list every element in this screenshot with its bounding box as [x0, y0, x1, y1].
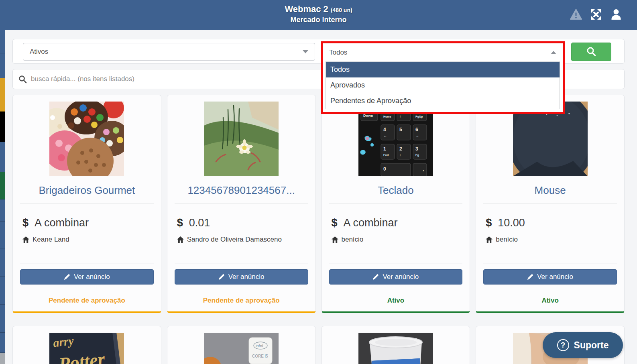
seller-row: benício: [486, 236, 624, 244]
product-title-link[interactable]: Teclado: [322, 184, 470, 197]
option-aprovados[interactable]: Aprovados: [326, 77, 560, 93]
view-ad-button[interactable]: Ver anúncio: [483, 269, 617, 285]
sidebar-item: [0, 112, 5, 142]
price-row: $ A combinar: [332, 217, 470, 229]
product-title-link[interactable]: 12345678901234567...: [167, 184, 315, 197]
product-grid-row2: arry Potter intel CORE i5: [12, 326, 625, 364]
product-image-brigadeiros: [49, 102, 124, 176]
divider: [329, 264, 463, 264]
pencil-icon: [218, 274, 225, 280]
search-icon: [18, 75, 27, 83]
dollar-sign-icon: $: [332, 217, 338, 229]
sidebar-item: [0, 53, 5, 78]
option-pendentes-de-aprovacao[interactable]: Pendentes de Aprovação: [326, 93, 560, 109]
svg-text:End: End: [383, 154, 389, 157]
price-row: $ 0.01: [177, 217, 315, 229]
home-icon: [332, 236, 338, 243]
price-row: $ 10.00: [486, 217, 624, 229]
view-ad-button[interactable]: Ver anúncio: [175, 269, 308, 285]
fullscreen-expand-icon[interactable]: [590, 8, 602, 21]
product-image-intel-core-i5: intel CORE i5: [204, 333, 279, 364]
app-header: Webmac 2 (480 un) Mercado Interno: [0, 0, 637, 30]
product-card: Mouse $ 10.00 benício Ver anúncio Ativo: [476, 95, 625, 313]
warning-triangle-icon: [570, 8, 582, 21]
seller-name: Keane Land: [33, 236, 69, 244]
svg-text:0: 0: [383, 166, 386, 172]
product-card: 12345678901234567... $ 0.01 Sandro de Ol…: [167, 95, 316, 313]
product-image-harry-potter-book: arry Potter: [49, 333, 124, 364]
svg-text:→: →: [415, 134, 419, 138]
search-button[interactable]: [571, 43, 611, 61]
product-image-plastic-bucket: [358, 333, 433, 364]
product-card: PageDown 7Home 8↑ 9PgUp 4← 5 6→ 1End 2↓ …: [322, 95, 470, 313]
seller-row: benício: [332, 236, 470, 244]
sidebar-item: [0, 248, 5, 277]
page-subtitle: Mercado Interno: [0, 16, 637, 24]
svg-text:4: 4: [383, 127, 386, 132]
product-price: A combinar: [344, 217, 398, 229]
home-icon: [22, 236, 29, 243]
product-price: 0.01: [189, 217, 210, 229]
status-badge: Pendente de aprovação: [13, 297, 161, 305]
collapsed-sidebar-strip: [0, 30, 5, 364]
product-title-link[interactable]: Mouse: [476, 184, 624, 197]
svg-text:arry: arry: [52, 333, 75, 349]
header-titles: Webmac 2 (480 un) Mercado Interno: [0, 0, 637, 24]
view-ad-label: Ver anúncio: [74, 273, 110, 281]
approval-filter-select[interactable]: Todos: [323, 43, 563, 61]
units-badge: (480 un): [331, 7, 352, 13]
option-todos[interactable]: Todos: [326, 62, 560, 77]
price-row: $ A combinar: [22, 217, 161, 229]
sidebar-item: [0, 78, 5, 112]
svg-text:3: 3: [415, 146, 418, 152]
view-ad-label: Ver anúncio: [537, 273, 573, 281]
svg-text:Pg: Pg: [415, 154, 419, 157]
user-icon[interactable]: [610, 8, 623, 21]
sidebar-item: [0, 333, 5, 353]
product-card: intel CORE i5: [167, 326, 316, 364]
question-mark-icon: ?: [557, 339, 569, 351]
sidebar-item: [0, 353, 5, 364]
approval-filter-value: Todos: [329, 49, 347, 57]
view-ad-label: Ver anúncio: [383, 273, 419, 281]
svg-text:PgUp: PgUp: [415, 115, 423, 118]
sidebar-item: [0, 222, 5, 248]
dollar-sign-icon: $: [22, 217, 28, 229]
sidebar-item: [0, 172, 5, 199]
status-filter-select[interactable]: Ativos: [23, 43, 315, 61]
annotation-highlight-box: Todos Todos Aprovados Pendentes de Aprov…: [321, 41, 565, 114]
seller-name: benício: [342, 236, 364, 244]
divider: [483, 203, 617, 204]
seller-name: benício: [496, 236, 518, 244]
product-title-link[interactable]: Brigadeiros Gourmet: [13, 184, 161, 197]
home-icon: [486, 236, 493, 243]
sidebar-item: [0, 199, 5, 222]
support-button[interactable]: ? Suporte: [543, 332, 623, 358]
svg-text:Down: Down: [363, 114, 373, 118]
svg-text:↑: ↑: [399, 114, 401, 118]
view-ad-button[interactable]: Ver anúncio: [20, 269, 154, 285]
svg-text:↓: ↓: [399, 153, 401, 157]
product-card: arry Potter: [12, 326, 161, 364]
pencil-icon: [527, 274, 533, 280]
dollar-sign-icon: $: [486, 217, 492, 229]
divider: [20, 203, 154, 204]
home-icon: [177, 236, 184, 243]
status-badge: Ativo: [322, 297, 470, 305]
status-badge: Ativo: [476, 297, 624, 305]
svg-text:5: 5: [399, 127, 402, 132]
view-ad-button[interactable]: Ver anúncio: [329, 269, 463, 285]
svg-text:1: 1: [383, 146, 386, 152]
seller-row: Keane Land: [22, 236, 161, 244]
product-card: Brigadeiros Gourmet $ A combinar Keane L…: [12, 95, 161, 313]
divider: [175, 203, 308, 204]
sidebar-item: [0, 30, 5, 53]
app-title: Webmac 2: [285, 4, 328, 14]
divider: [329, 203, 463, 204]
svg-text:6: 6: [415, 127, 418, 132]
divider: [20, 264, 154, 264]
sidebar-item: [0, 277, 5, 305]
seller-row: Sandro de Oliveira Damasceno: [177, 236, 315, 244]
status-filter-value: Ativos: [30, 48, 48, 56]
product-price: A combinar: [35, 217, 89, 229]
